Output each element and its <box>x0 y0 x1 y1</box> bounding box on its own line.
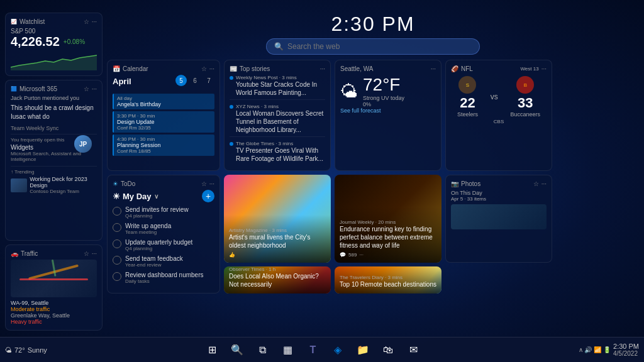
calendar-more-button[interactable]: ··· <box>209 65 214 72</box>
news-card-beach-headline: Top 10 Remote beach destinations <box>340 280 436 288</box>
taskbar-center: ⊞ 🔍 ⧉ ▦ T ◈ 📁 🛍 ✉ <box>202 340 423 360</box>
stock-widget-title: 📈 Watchlist <box>11 18 45 25</box>
m365-more-button[interactable]: ··· <box>92 85 97 92</box>
m365-pin-button[interactable]: ☆ <box>84 85 89 92</box>
traffic-widget-title: 🚗 Traffic <box>11 250 38 257</box>
photos-more-button[interactable]: ··· <box>541 180 547 187</box>
like-icon: 👍 <box>229 252 235 258</box>
search-icon: 🔍 <box>274 42 284 51</box>
taskbar-task-view-button[interactable]: ⧉ <box>252 340 272 360</box>
todo-item-0[interactable]: Send invites for review Q4 planning <box>113 206 214 219</box>
news-item-2[interactable]: The Globe Times · 3 mins TV Presenter Go… <box>230 141 325 165</box>
weather-temp: 72°F <box>363 75 404 95</box>
todo-checkbox-1[interactable] <box>113 223 121 232</box>
nfl-info: West 13 <box>520 66 538 72</box>
nfl-vs: vs <box>491 92 498 101</box>
traffic-road: WA-99, Seattle <box>11 300 97 306</box>
todo-text-0: Send invites for review <box>125 206 189 213</box>
taskbar-search-icon: 🔍 <box>231 344 243 356</box>
nfl-teams: S 22 Steelers vs B 33 Buccaneers <box>451 76 547 118</box>
stock-ticker: S&P 500 <box>11 28 97 35</box>
taskbar-search-button[interactable]: 🔍 <box>227 340 247 360</box>
news-card-produce[interactable]: Observer Times · 1 h Does Local Also Mea… <box>224 266 331 294</box>
taskbar-explorer-button[interactable]: 📁 <box>353 340 373 360</box>
traffic-address: Greenlake Way, Seattle <box>11 312 97 319</box>
calendar-days: 5 6 7 <box>175 75 214 86</box>
m365-message: This should be a crawl design Iusac what… <box>11 104 97 121</box>
m365-widget-title: 🟦 Microsoft 365 <box>11 85 57 92</box>
taskbar-left: 🌤 72° Sunny <box>5 346 47 354</box>
todo-text-2: Update quarterly budget <box>125 239 192 246</box>
clock-display: 2:30 PM <box>107 13 639 36</box>
taskbar-teams-button[interactable]: T <box>303 340 323 360</box>
nfl-team2: B 33 Buccaneers <box>511 76 541 118</box>
todo-widget: ☀ ToDo ☆ ··· ☀ My Day ∨ + Send <box>107 175 220 293</box>
nfl-team2-logo: B <box>516 76 534 94</box>
search-bar[interactable]: 🔍 <box>266 38 480 55</box>
news-item-0[interactable]: Weekly News Post · 3 mins Youtube Star C… <box>230 75 325 100</box>
calendar-event-birthday: All day Angela's Birthday <box>113 94 214 109</box>
taskbar-edge-button[interactable]: ◈ <box>328 340 348 360</box>
weather-more-button[interactable]: ··· <box>431 65 436 72</box>
stock-pin-button[interactable]: ☆ <box>84 18 89 25</box>
photos-widget: 📷 Photos ☆ ··· On This Day Apr 5 · 33 it… <box>445 175 552 263</box>
taskbar-store-button[interactable]: 🛍 <box>378 340 398 360</box>
stock-more-button[interactable]: ··· <box>92 18 97 25</box>
m365-widget-header: 🟦 Microsoft 365 ☆ ··· <box>11 85 97 92</box>
todo-sub-0: Q4 planning <box>125 213 189 219</box>
todo-more-button[interactable]: ··· <box>209 180 214 187</box>
search-input[interactable] <box>287 42 472 51</box>
top-stories-more-button[interactable]: ··· <box>320 65 325 72</box>
m365-trending-label: ↑ Trending <box>11 169 97 175</box>
todo-checkbox-4[interactable] <box>113 272 121 281</box>
todo-add-button[interactable]: + <box>202 190 214 202</box>
calendar-pin-button[interactable]: ☆ <box>201 65 207 72</box>
start-icon: ⊞ <box>208 344 216 356</box>
todo-text-4: Review dashboard numbers <box>125 272 204 278</box>
news-dot-0 <box>230 76 233 80</box>
traffic-pin-button[interactable]: ☆ <box>84 250 89 257</box>
news-card-beach[interactable]: The Travelers Diary · 3 mins Top 10 Remo… <box>335 266 441 294</box>
taskbar-clock[interactable]: 2:30 PM 4/5/2022 <box>613 343 639 357</box>
news-card-running-meta: 💬 589 ··· <box>340 252 436 258</box>
todo-item-4[interactable]: Review dashboard numbers Daily tasks <box>113 272 214 284</box>
photos-date-count: Apr 5 · 33 items <box>451 196 547 202</box>
todo-item-3[interactable]: Send team feedback Year-end review <box>113 255 214 268</box>
todo-checkbox-2[interactable] <box>113 239 121 248</box>
weather-uv: 0% <box>363 101 404 107</box>
news-dot-2 <box>230 142 233 146</box>
traffic-status2: Heavy traffic <box>11 319 97 325</box>
news-card-produce-source: Observer Times · 1 h <box>229 266 326 272</box>
m365-meeting: Team Weekly Sync <box>11 125 97 131</box>
notification-area: ∧ 🔊 📶 🔋 <box>579 346 611 353</box>
widget-grid: 📅 Calendar ☆ ··· April 5 6 7 All day Ang… <box>107 60 639 293</box>
start-button[interactable]: ⊞ <box>202 340 222 360</box>
taskbar-widgets-button[interactable]: ▦ <box>277 340 297 360</box>
news-card-mural[interactable]: Artistry Magazine · 3 mins Artist's mura… <box>224 175 331 263</box>
todo-text-1: Write up agenda <box>125 222 171 229</box>
todo-item-1[interactable]: Write up agenda Team meeting <box>113 222 214 235</box>
traffic-map <box>11 260 97 297</box>
comment-icon: 💬 <box>340 252 346 258</box>
todo-checkbox-0[interactable] <box>113 207 121 216</box>
photos-pin-button[interactable]: ☆ <box>533 180 539 187</box>
teams-icon: T <box>309 344 316 356</box>
news-item-1[interactable]: XYZ News · 3 mins Local Woman Discovers … <box>230 104 325 137</box>
nfl-more-button[interactable]: ··· <box>541 65 547 72</box>
todo-sub-1: Team meeting <box>125 229 171 235</box>
running-more-icon: ··· <box>359 252 364 258</box>
todo-checkbox-3[interactable] <box>113 256 121 265</box>
todo-pin-button[interactable]: ☆ <box>201 180 207 187</box>
m365-trend-item[interactable]: Working Deck for 2023 Design Contoso Des… <box>11 176 97 194</box>
calendar-event-planning: 4:30 PM · 30 min Planning Session Conf R… <box>113 134 214 156</box>
todo-header: ☀ ToDo ☆ ··· <box>113 180 214 187</box>
traffic-more-button[interactable]: ··· <box>92 250 97 257</box>
news-card-running[interactable]: Journal Weekly · 20 mins Endurance runni… <box>335 175 441 263</box>
weather-forecast-link[interactable]: See full forecast <box>340 107 436 114</box>
running-comments: 589 <box>348 252 357 258</box>
todo-item-2[interactable]: Update quarterly budget Q4 planning <box>113 239 214 251</box>
taskbar-mail-button[interactable]: ✉ <box>403 340 423 360</box>
news-card-mural-meta: 👍 <box>229 252 326 258</box>
todo-my-day-header: ☀ My Day ∨ + <box>113 190 214 202</box>
calendar-event-design: 3:30 PM · 30 min Design Update Conf Rm 3… <box>113 111 214 133</box>
